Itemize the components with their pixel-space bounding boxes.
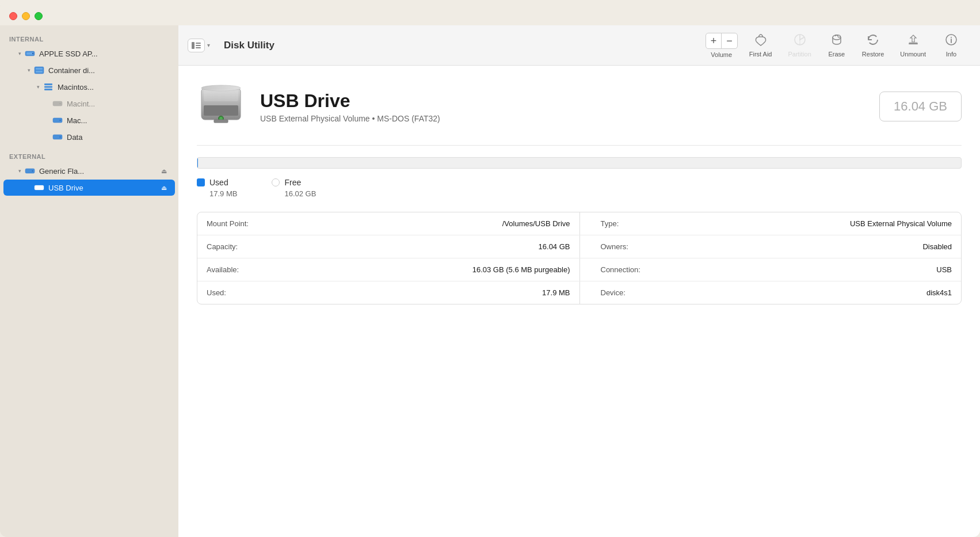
svg-rect-4 (36, 68, 43, 70)
unmount-icon (906, 33, 920, 48)
title-bar (0, 0, 980, 25)
svg-rect-7 (44, 86, 52, 88)
info-value: 17.9 MB (542, 288, 570, 297)
hdd-icon (24, 165, 36, 177)
info-right-value: Disabled (922, 242, 952, 251)
content-body: USB Drive USB External Physical Volume •… (178, 66, 980, 537)
app-title: Disk Utility (224, 40, 274, 51)
used-dot (197, 178, 205, 186)
first-aid-icon (754, 33, 768, 48)
sidebar-item-label: Container di... (48, 66, 169, 75)
info-cell: Used: 17.9 MB (197, 281, 579, 304)
view-chevron[interactable]: ▾ (207, 42, 210, 48)
sidebar-toggle-button[interactable] (188, 39, 205, 52)
storage-legend: Used 17.9 MB Free 16.02 GB (197, 178, 962, 198)
info-label: Mount Point: (207, 219, 249, 228)
partition-icon (793, 33, 807, 48)
hdd-icon (24, 48, 36, 59)
info-action[interactable]: Info (934, 31, 968, 60)
svg-rect-9 (53, 101, 62, 106)
sidebar-item-mac[interactable]: ▾ Mac... (3, 112, 175, 128)
eject-icon[interactable]: ⏏ (159, 182, 169, 193)
container-icon (33, 64, 45, 76)
partition-action[interactable]: Partition (780, 31, 819, 60)
minimize-button[interactable] (22, 12, 30, 20)
info-right-label: Type: (589, 219, 619, 228)
drive-name: USB Drive (260, 90, 879, 112)
info-table-container: Mount Point: /Volumes/USB Drive Type: US… (197, 212, 962, 304)
storage-bar-container (197, 157, 962, 169)
info-label: Available: (207, 265, 239, 274)
close-button[interactable] (9, 12, 17, 20)
erase-action[interactable]: Erase (819, 31, 854, 60)
first-aid-action[interactable]: First Aid (741, 31, 780, 60)
table-row: Capacity: 16.04 GB Owners: Disabled (197, 235, 961, 258)
unmount-action[interactable]: Unmount (892, 31, 934, 60)
table-row: Used: 17.9 MB Device: disk4s1 (197, 281, 961, 304)
info-cell-right: Type: USB External Physical Volume (580, 212, 962, 235)
storage-bar-used (197, 158, 198, 168)
eject-icon[interactable]: ⏏ (159, 166, 169, 176)
sidebar-item-label: USB Drive (48, 184, 157, 192)
partition-label: Partition (788, 51, 811, 58)
sidebar-item-macintos[interactable]: ▾ Macintos... (3, 79, 175, 95)
hdd-small-icon (33, 182, 45, 193)
info-label: Info (946, 51, 956, 58)
info-value: 16.04 GB (539, 242, 570, 251)
svg-point-2 (32, 53, 33, 54)
info-value: 16.03 GB (5.6 MB purgeable) (472, 265, 570, 274)
chevron-icon: ▾ (15, 166, 24, 176)
used-legend: Used 17.9 MB (197, 178, 237, 198)
erase-label: Erase (828, 51, 845, 58)
add-volume-button[interactable]: + (706, 33, 722, 49)
layers-icon (43, 81, 54, 93)
free-dot (272, 178, 280, 186)
sidebar-item-container[interactable]: ▾ Container di... (3, 62, 175, 78)
info-cell: Capacity: 16.04 GB (197, 235, 579, 258)
info-right-value: USB (936, 265, 952, 274)
info-right-label: Owners: (589, 242, 628, 251)
sidebar-item-macint[interactable]: ▾ Macint... (3, 96, 175, 112)
info-table: Mount Point: /Volumes/USB Drive Type: US… (197, 212, 961, 304)
svg-rect-5 (36, 71, 43, 73)
used-value: 17.9 MB (197, 189, 237, 198)
sidebar-section-internal: Internal (0, 32, 178, 45)
svg-rect-19 (192, 42, 195, 49)
drive-subtitle: USB External Physical Volume • MS-DOS (F… (260, 114, 879, 123)
free-value: 16.02 GB (272, 189, 316, 198)
maximize-button[interactable] (35, 12, 43, 20)
hdd-small-icon (52, 98, 63, 109)
sidebar-item-label: APPLE SSD AP... (39, 49, 169, 58)
restore-action[interactable]: Restore (854, 31, 893, 60)
drive-size-badge: 16.04 GB (879, 92, 962, 121)
info-right-value: disk4s1 (926, 288, 952, 297)
restore-icon (866, 33, 880, 48)
chevron-icon: ▾ (24, 66, 33, 75)
sidebar-item-generic-fla[interactable]: ▾ Generic Fla... ⏏ (3, 163, 175, 179)
restore-label: Restore (862, 51, 884, 58)
svg-rect-21 (196, 45, 201, 46)
info-right-value: USB External Physical Volume (850, 219, 952, 228)
sidebar-item-label: Macintos... (58, 83, 169, 92)
info-cell: Available: 16.03 GB (5.6 MB purgeable) (197, 258, 579, 281)
info-right-label: Connection: (589, 265, 640, 274)
remove-volume-button[interactable]: − (722, 33, 737, 49)
used-legend-label: Used (197, 178, 237, 187)
info-cell-right: Device: disk4s1 (580, 281, 962, 304)
info-cell-right: Owners: Disabled (580, 235, 962, 258)
unmount-label: Unmount (900, 51, 926, 58)
table-row: Mount Point: /Volumes/USB Drive Type: US… (197, 212, 961, 235)
sidebar-item-apple-ssd[interactable]: ▾ APPLE SSD AP... (3, 45, 175, 62)
traffic-lights (9, 12, 43, 20)
sidebar-item-label: Macint... (67, 100, 169, 108)
svg-rect-8 (44, 89, 52, 90)
volume-action[interactable]: + − Volume (702, 31, 741, 60)
info-cell: Mount Point: /Volumes/USB Drive (197, 212, 579, 235)
svg-rect-11 (53, 118, 62, 123)
info-value: /Volumes/USB Drive (502, 219, 570, 228)
chevron-icon: ▾ (15, 49, 24, 58)
sidebar-item-data[interactable]: ▾ Data (3, 129, 175, 145)
sidebar-item-usb-drive[interactable]: ▾ USB Drive ⏏ (3, 180, 175, 196)
info-icon (944, 33, 958, 48)
hdd-small-icon (52, 115, 63, 126)
